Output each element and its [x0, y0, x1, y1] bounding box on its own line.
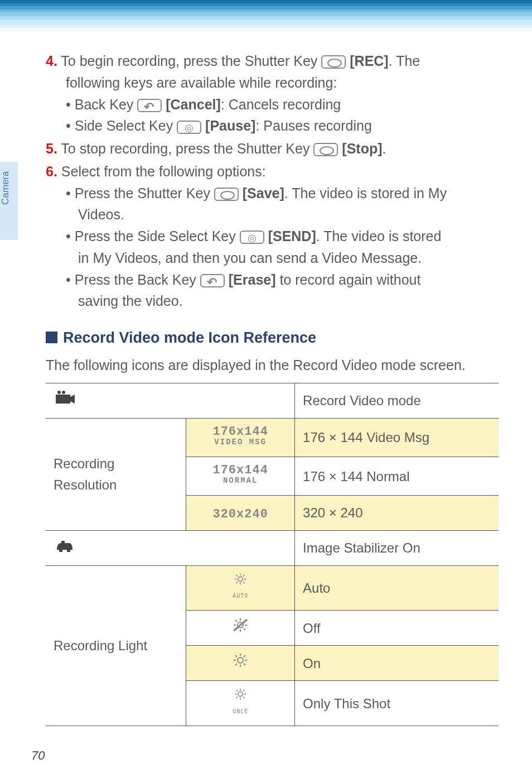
light-auto-icon: AUTO [229, 573, 252, 601]
section-heading: Record Video mode Icon Reference [46, 327, 499, 350]
table-cell-icon [186, 611, 295, 646]
bullet-text: Press the Back Key [75, 272, 200, 287]
svg-line-33 [235, 664, 237, 665]
step-text: To stop recording, press the Shutter Key [57, 141, 314, 156]
step-number: 4. [46, 53, 57, 69]
bullet-text: Press the Shutter Key [75, 185, 214, 201]
svg-line-12 [243, 582, 244, 583]
step-5: 5. To stop recording, press the Shutter … [46, 138, 499, 160]
svg-point-34 [238, 692, 243, 697]
svg-point-2 [62, 391, 65, 394]
bullet-item: • Press the Side Select Key [SEND]. The … [46, 225, 499, 247]
key-label: [Stop] [342, 141, 382, 156]
table-cell-meaning: On [295, 646, 499, 681]
key-label: [Save] [243, 185, 284, 201]
bullet-text: . The video is stored in My [284, 185, 447, 201]
table-cell-meaning: Auto [295, 565, 499, 610]
svg-rect-0 [56, 395, 70, 404]
step-text: . [383, 141, 386, 156]
table-cell-label: Recording Resolution [46, 418, 186, 530]
key-label: [Pause] [205, 118, 255, 133]
svg-line-21 [244, 628, 245, 630]
bullet-text: : Cancels recording [221, 97, 341, 112]
svg-point-6 [238, 577, 243, 581]
svg-line-13 [243, 575, 244, 576]
back-key-icon [200, 274, 225, 287]
bullet-text: : Pauses recording [255, 118, 371, 133]
table-cell-meaning: 320 × 240 [295, 496, 499, 530]
svg-line-11 [236, 575, 238, 576]
table-cell-meaning: Record Video mode [295, 383, 499, 418]
bullet-item: • Press the Shutter Key [Save]. The vide… [46, 183, 499, 204]
heading-square-icon [46, 332, 57, 343]
bullet-text: Back Key [75, 97, 138, 112]
table-cell-meaning: 176 × 144 Video Msg [295, 418, 499, 457]
step-text: To begin recording, press the Shutter Ke… [57, 53, 321, 69]
table-cell-meaning: Only This Shot [295, 681, 499, 726]
back-key-icon [137, 99, 162, 112]
step-6: 6. Select from the following options: • … [46, 161, 499, 312]
resolution-value: 320x240 [212, 508, 268, 521]
key-label: [Cancel] [166, 97, 221, 112]
table-cell-label: Recording Light [46, 565, 186, 726]
light-on-icon [229, 652, 252, 674]
bullet-item: • Back Key [Cancel]: Cancels recording [46, 94, 499, 116]
resolution-value: 176x144 [212, 425, 268, 439]
table-cell-icon: ONCE [186, 681, 295, 726]
table-cell-icon: 176x144NORMAL [186, 457, 295, 496]
svg-rect-5 [67, 550, 70, 552]
page-number: 70 [31, 748, 45, 763]
step-text: Select from the following options: [57, 164, 266, 179]
table-cell-icon [186, 646, 295, 681]
svg-line-31 [244, 664, 245, 665]
light-sublabel: AUTO [229, 592, 252, 601]
table-cell-icon: AUTO [186, 565, 295, 610]
table-row: Image Stabilizer On [46, 530, 499, 565]
light-once-icon: ONCE [229, 688, 252, 716]
shutter-key-icon [214, 188, 239, 201]
side-select-key-icon [177, 121, 201, 134]
header-stripe-banner [0, 0, 532, 31]
bullet-text: Side Select Key [75, 118, 177, 133]
step-number: 5. [46, 141, 57, 156]
resolution-sublabel: NORMAL [212, 477, 268, 485]
svg-point-1 [57, 391, 61, 394]
light-sublabel: ONCE [229, 707, 252, 716]
table-cell-icon: 320x240 [186, 496, 295, 530]
svg-line-30 [235, 655, 237, 657]
table-cell-meaning: Off [295, 611, 499, 646]
svg-line-20 [235, 620, 237, 622]
bullet-continuation: in My Videos, and then you can send a Vi… [46, 247, 499, 269]
key-label: [Erase] [229, 272, 276, 287]
resolution-value: 176x144 [212, 463, 268, 477]
step-number: 6. [46, 164, 57, 179]
svg-line-40 [243, 697, 244, 698]
table-row: Record Video mode [46, 383, 499, 418]
chapter-side-tab: Camera [0, 162, 18, 240]
section-intro: The following icons are displayed in the… [46, 354, 499, 376]
bullet-item: • Press the Back Key [Erase] to record a… [46, 269, 499, 291]
heading-text: Record Video mode Icon Reference [63, 329, 316, 346]
shutter-key-icon [313, 143, 338, 156]
video-mode-icon [54, 393, 76, 409]
svg-line-14 [236, 582, 238, 583]
step-text: following keys are available while recor… [46, 72, 499, 94]
svg-marker-3 [70, 395, 75, 404]
resolution-sublabel: VIDEO MSG [212, 438, 268, 446]
svg-line-41 [243, 690, 244, 692]
icon-reference-table: Record Video mode Recording Resolution 1… [46, 383, 499, 726]
table-row: Recording Resolution 176x144VIDEO MSG 17… [46, 418, 499, 457]
svg-rect-4 [59, 550, 62, 552]
side-select-key-icon [240, 231, 264, 244]
table-cell-meaning: 176 × 144 Normal [295, 457, 499, 496]
svg-line-42 [236, 697, 238, 698]
bullet-continuation: saving the video. [46, 290, 499, 312]
bullet-text: . The video is stored [316, 228, 442, 244]
bullet-text: to record again without [276, 272, 421, 287]
svg-line-39 [236, 690, 238, 692]
shutter-key-icon [321, 55, 346, 69]
table-cell-icon: 176x144VIDEO MSG [186, 418, 295, 457]
table-row: Recording Light AUTO Auto [46, 565, 499, 610]
step-4: 4. To begin recording, press the Shutter… [46, 50, 499, 137]
key-label: [SEND] [268, 228, 316, 244]
